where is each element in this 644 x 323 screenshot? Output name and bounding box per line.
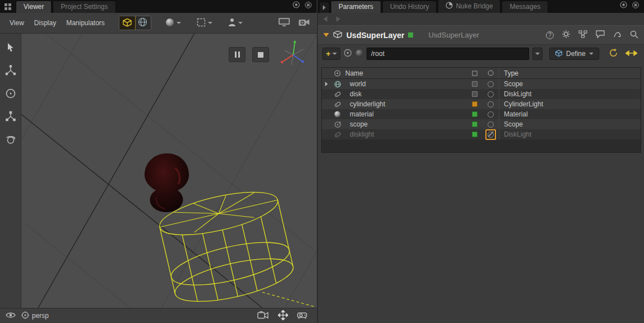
layer-state-badge [472,111,478,117]
disclosure-triangle-icon[interactable] [323,33,329,37]
tab-parameters[interactable]: Parameters [331,1,381,13]
scene-row-disk[interactable]: disk DiskLight [322,89,641,99]
environment-button[interactable] [135,16,151,30]
tab-messages[interactable]: Messages [502,1,548,13]
scene-row-material[interactable]: material Material [322,109,641,119]
column-header-name[interactable]: Name [344,69,467,77]
layer-state-column-icon [467,71,482,76]
circle-outline-icon[interactable] [344,49,352,59]
display-monitor-icon[interactable] [278,17,290,29]
viewer-pane: Viewer Project Settings View Display Man… [0,0,317,323]
camera-icon [21,311,29,321]
panel-menu-icon[interactable] [1,0,15,13]
cursor-icon [6,43,15,54]
active-toggle-icon[interactable] [488,91,494,97]
layer-state-badge [472,101,478,107]
viewer-menubar: View Display Manipulators [0,13,317,34]
camera-selector[interactable]: persp [21,311,49,321]
snapshot-camera-icon[interactable] [257,311,269,321]
textured-cube-button[interactable] [119,16,135,30]
node-header: UsdSuperLayer UsdSuperLayer ? [318,25,644,45]
parameters-tabbar: Parameters Undo History Nuke Bridge Mess… [318,0,644,13]
expander-icon[interactable] [325,82,328,86]
deactivated-toggle-icon[interactable] [488,132,494,138]
cylinder-wireframe-selected[interactable] [147,186,304,308]
scene-graph-table: Name Type world Scope disk [321,67,641,153]
menu-view[interactable]: View [4,16,29,30]
tab-nuke-bridge[interactable]: Nuke Bridge [438,0,501,13]
pause-button[interactable] [229,47,245,62]
layer-state-badge [472,132,478,137]
detach-panel-icon[interactable] [293,1,300,10]
node-graph-icon[interactable] [578,30,587,40]
active-toggle-icon[interactable] [488,101,494,107]
select-tool-button[interactable] [3,40,18,56]
viewer-statusbar: persp [0,308,317,323]
chevron-down-icon [589,53,594,55]
rotate-tool-button[interactable] [3,86,18,102]
tab-viewer[interactable]: Viewer [16,1,52,13]
application-window: Viewer Project Settings View Display Man… [0,0,644,323]
menu-display[interactable]: Display [29,16,61,30]
help-icon[interactable]: ? [546,31,554,39]
material-sphere-icon [331,111,344,118]
tab-overflow-icon[interactable] [319,2,330,13]
viewport-3d[interactable] [21,34,317,308]
search-icon[interactable] [630,30,638,40]
shading-mode-dropdown[interactable] [164,17,183,30]
scene-row-scope[interactable]: scope Scope [322,119,641,129]
gear-icon[interactable] [562,30,570,40]
chevron-down-icon [208,22,212,24]
tab-undo-history[interactable]: Undo History [382,1,437,13]
active-toggle-icon[interactable] [488,121,494,128]
axis-gizmo[interactable] [278,38,308,68]
highlight-box [485,129,496,140]
orbit-icon [5,134,16,147]
node-state-square [408,32,413,38]
history-back-icon[interactable] [323,16,327,22]
close-panel-icon[interactable] [305,2,312,10]
layer-state-badge [472,121,478,127]
history-forward-icon[interactable] [336,16,340,22]
camera-mode-dropdown[interactable] [226,17,244,29]
light-icon [331,101,344,108]
pan-arrows-icon[interactable] [278,310,288,322]
scale-tool-button[interactable] [3,109,18,125]
swap-arrows-icon[interactable] [626,50,637,58]
shaded-sphere-icon [165,18,174,29]
stop-icon [258,52,263,58]
chevron-down-icon [177,22,181,24]
light-icon [331,91,344,98]
translate-tool-button[interactable] [3,63,18,79]
viewer-tabbar: Viewer Project Settings [0,0,317,13]
stop-button[interactable] [252,47,269,62]
render-camera-icon[interactable] [298,18,310,28]
define-dropdown[interactable]: Define [549,48,599,60]
expression-hook-icon[interactable] [613,30,622,40]
add-prim-button[interactable]: + [322,48,340,60]
path-history-dropdown[interactable] [532,48,543,60]
prim-path-input[interactable] [367,48,529,60]
node-box-icon [333,30,342,40]
selection-mode-dropdown[interactable] [195,17,214,30]
tab-project-settings[interactable]: Project Settings [53,1,115,13]
chevron-down-icon [332,53,337,55]
close-panel-icon[interactable] [632,2,639,10]
dark-sphere-icon[interactable] [355,49,363,59]
scene-row-world[interactable]: world Scope [322,79,641,89]
parameter-history-nav [318,13,644,25]
visibility-eye-icon[interactable] [6,312,16,320]
detach-panel-icon[interactable] [620,1,627,10]
scene-row-cylinderlight[interactable]: cylinderlight CylinderLight [322,99,641,109]
viewer-tool-column [0,34,21,308]
person-icon [228,18,236,28]
column-header-type[interactable]: Type [499,68,641,78]
scene-row-disklight[interactable]: disklight DiskLight [322,129,641,139]
refresh-icon[interactable] [609,48,618,59]
orbit-tool-button[interactable] [3,132,18,148]
menu-manipulators[interactable]: Manipulators [61,16,110,30]
active-toggle-icon[interactable] [488,111,494,118]
active-toggle-icon[interactable] [488,81,494,87]
projector-icon[interactable] [297,311,309,321]
comment-bubble-icon[interactable] [596,30,605,40]
